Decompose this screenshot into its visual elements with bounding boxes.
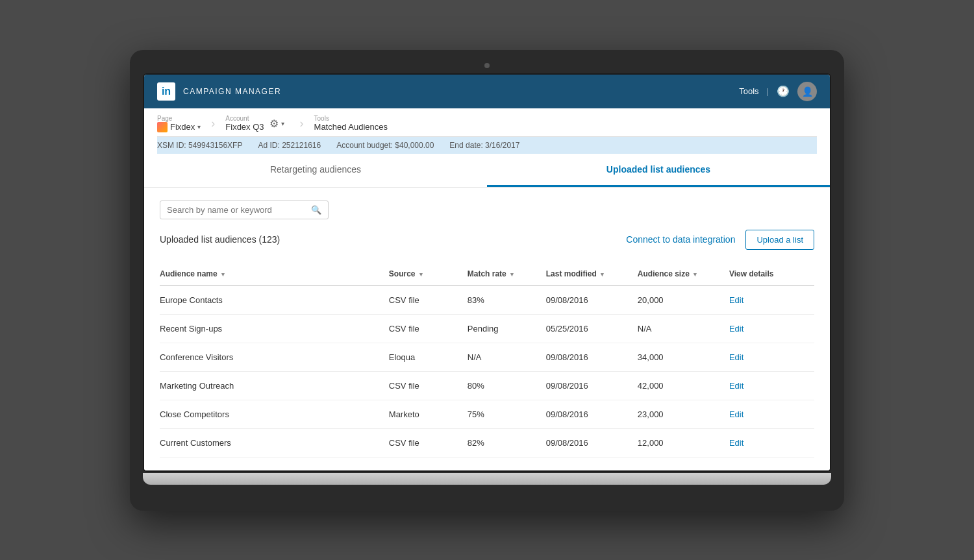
avatar-icon: 👤 [802,86,813,97]
search-icon: 🔍 [311,205,321,215]
cell-source-0: CSV file [389,286,468,315]
cell-edit-5[interactable]: Edit [729,428,814,457]
audiences-count: Uploaded list audiences (123) [160,234,280,245]
cell-size-0: 20,000 [638,286,729,315]
cell-match-0: 83% [468,286,546,315]
breadcrumb-tools: Tools Matched Audiences [314,115,388,132]
nav-actions: Tools | 🕐 👤 [739,82,817,101]
cell-edit-3[interactable]: Edit [729,371,814,400]
cell-edit-4[interactable]: Edit [729,400,814,428]
edit-link-3[interactable]: Edit [729,381,743,391]
laptop-base [143,473,831,485]
edit-link-1[interactable]: Edit [729,324,743,334]
audiences-table: Audience name ▾ Source ▾ Match rate ▾ [160,263,814,457]
tools-link[interactable]: Tools [739,86,758,96]
breadcrumb-page: Page Fixdex ▾ [157,115,201,132]
cell-modified-5: 09/08/2016 [546,428,638,457]
cell-size-1: N/A [638,314,729,343]
table-row: Current Customers CSV file 82% 09/08/201… [160,428,814,457]
linkedin-logo: in [157,82,175,101]
cell-match-2: N/A [468,343,546,371]
cell-name-0: Europe Contacts [160,286,389,315]
breadcrumb-arrow-2: › [300,117,304,130]
table-row: Marketing Outreach CSV file 80% 09/08/20… [160,371,814,400]
cell-match-3: 80% [468,371,546,400]
edit-link-2[interactable]: Edit [729,352,743,362]
cell-source-5: CSV file [389,428,468,457]
cell-source-1: CSV file [389,314,468,343]
xsm-id: XSM ID: 549943156XFP [157,141,242,150]
cell-modified-1: 05/25/2016 [546,314,638,343]
tabs-row: Retargeting audiences Uploaded list audi… [144,154,830,188]
cell-name-5: Current Customers [160,428,389,457]
sort-arrow-source: ▾ [419,271,423,278]
cell-size-3: 42,000 [638,371,729,400]
cell-modified-4: 09/08/2016 [546,400,638,428]
top-navigation: in CAMPAIGN MANAGER Tools | 🕐 👤 [144,75,830,108]
cell-match-1: Pending [468,314,546,343]
cell-source-4: Marketo [389,400,468,428]
ad-id: Ad ID: 252121616 [258,141,321,150]
table-row: Recent Sign-ups CSV file Pending 05/25/2… [160,314,814,343]
table-body: Europe Contacts CSV file 83% 09/08/2016 … [160,286,814,457]
col-header-match[interactable]: Match rate ▾ [468,263,546,286]
avatar[interactable]: 👤 [797,82,817,101]
brand-area: in CAMPAIGN MANAGER [157,82,281,101]
page-icon [157,122,168,132]
info-bar: XSM ID: 549943156XFP Ad ID: 252121616 Ac… [157,136,817,154]
cell-edit-0[interactable]: Edit [729,286,814,315]
tab-uploaded[interactable]: Uploaded list audiences [487,154,830,187]
sort-arrow-name: ▾ [221,271,225,278]
breadcrumb-account: Account Fixdex Q3 [225,115,264,132]
cell-size-2: 34,000 [638,343,729,371]
search-bar-row: 🔍 [160,201,814,219]
sort-arrow-modified: ▾ [601,271,604,278]
cell-edit-2[interactable]: Edit [729,343,814,371]
cell-name-3: Marketing Outreach [160,371,389,400]
tools-label: Tools [314,115,388,122]
cell-size-4: 23,000 [638,400,729,428]
cell-edit-1[interactable]: Edit [729,314,814,343]
main-content: Retargeting audiences Uploaded list audi… [144,154,830,470]
search-input[interactable] [167,205,308,215]
table-row: Europe Contacts CSV file 83% 09/08/2016 … [160,286,814,315]
edit-link-0[interactable]: Edit [729,295,743,305]
data-table-container: Audience name ▾ Source ▾ Match rate ▾ [160,263,814,457]
sort-arrow-match: ▾ [510,271,514,278]
col-header-size[interactable]: Audience size ▾ [638,263,729,286]
connect-integration-link[interactable]: Connect to data integration [626,234,735,245]
col-header-name[interactable]: Audience name ▾ [160,263,389,286]
gear-icon: ⚙ [269,117,279,130]
sort-arrow-size: ▾ [693,271,697,278]
tab-retargeting[interactable]: Retargeting audiences [144,154,487,187]
cell-name-4: Close Competitors [160,400,389,428]
breadcrumb-container: Page Fixdex ▾ › Account Fixdex Q3 ⚙ [144,108,830,154]
settings-gear[interactable]: ⚙ ▾ [269,117,284,130]
col-header-modified[interactable]: Last modified ▾ [546,263,638,286]
edit-link-4[interactable]: Edit [729,409,743,419]
upload-list-button[interactable]: Upload a list [745,230,814,250]
page-label: Page [157,115,201,122]
breadcrumb-arrow-1: › [211,117,215,130]
account-budget: Account budget: $40,000.00 [336,141,434,150]
cell-modified-3: 09/08/2016 [546,371,638,400]
tools-value: Matched Audiences [314,122,388,132]
page-value[interactable]: Fixdex ▾ [157,122,201,132]
end-date: End date: 3/16/2017 [449,141,519,150]
clock-icon[interactable]: 🕐 [777,85,790,97]
cell-name-1: Recent Sign-ups [160,314,389,343]
cell-modified-0: 09/08/2016 [546,286,638,315]
edit-link-5[interactable]: Edit [729,438,743,448]
col-header-source[interactable]: Source ▾ [389,263,468,286]
cell-source-2: Eloqua [389,343,468,371]
table-header: Audience name ▾ Source ▾ Match rate ▾ [160,263,814,286]
page-dropdown-arrow: ▾ [197,123,201,130]
cell-match-4: 75% [468,400,546,428]
search-input-wrap[interactable]: 🔍 [160,201,329,219]
cell-match-5: 82% [468,428,546,457]
breadcrumb: Page Fixdex ▾ › Account Fixdex Q3 ⚙ [157,108,817,136]
table-row: Close Competitors Marketo 75% 09/08/2016… [160,400,814,428]
cell-modified-2: 09/08/2016 [546,343,638,371]
cell-source-3: CSV file [389,371,468,400]
account-label: Account [225,115,264,122]
